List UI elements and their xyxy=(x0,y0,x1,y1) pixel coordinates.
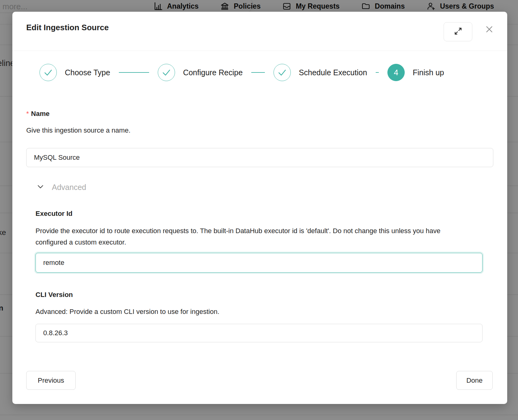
executor-id-input[interactable] xyxy=(36,253,482,273)
step-connector xyxy=(251,72,265,73)
step-label: Finish up xyxy=(413,68,444,77)
executor-id-label: Executor Id xyxy=(36,210,73,218)
check-icon xyxy=(274,64,290,81)
step-finish-up[interactable]: 4 Finish up xyxy=(387,64,444,81)
step-choose-type[interactable]: Choose Type xyxy=(40,64,110,81)
step-connector xyxy=(119,72,149,73)
cli-version-input[interactable] xyxy=(36,324,482,342)
close-icon xyxy=(485,25,494,35)
step-finished-circle xyxy=(158,64,175,81)
close-modal-button[interactable] xyxy=(485,25,494,35)
name-field-label: *Name xyxy=(26,110,49,118)
step-current-circle: 4 xyxy=(387,64,405,81)
step-label: Configure Recipe xyxy=(183,68,243,77)
name-field-help: Give this ingestion source a name. xyxy=(26,125,131,136)
step-number: 4 xyxy=(394,68,398,77)
check-icon xyxy=(40,64,56,81)
advanced-label: Advanced xyxy=(52,183,86,192)
advanced-collapse-toggle[interactable]: Advanced xyxy=(36,181,86,193)
modal-title: Edit Ingestion Source xyxy=(26,23,109,32)
executor-id-help: Provide the executor id to route executi… xyxy=(36,225,458,248)
chevron-down-icon xyxy=(36,183,44,192)
done-button[interactable]: Done xyxy=(456,371,493,390)
expand-modal-button[interactable] xyxy=(444,22,472,41)
step-label: Choose Type xyxy=(65,68,110,77)
check-icon xyxy=(158,64,175,81)
expand-icon xyxy=(454,27,462,36)
edit-ingestion-source-modal: Edit Ingestion Source xyxy=(12,12,507,404)
name-input[interactable] xyxy=(26,148,493,167)
wizard-steps: Choose Type Configure Recipe Schedule Ex… xyxy=(40,64,444,81)
previous-button[interactable]: Previous xyxy=(26,371,76,390)
step-finished-circle xyxy=(40,64,57,81)
step-configure-recipe[interactable]: Configure Recipe xyxy=(158,64,243,81)
step-finished-circle xyxy=(274,64,291,81)
screen: more... Analytics Po xyxy=(0,0,518,420)
step-connector xyxy=(376,72,379,73)
step-schedule-execution[interactable]: Schedule Execution xyxy=(274,64,367,81)
required-asterisk: * xyxy=(26,110,29,117)
cli-version-label: CLI Version xyxy=(36,291,73,299)
step-label: Schedule Execution xyxy=(299,68,367,77)
modal-header: Edit Ingestion Source xyxy=(12,12,507,51)
cli-version-help: Advanced: Provide a custom CLI version t… xyxy=(36,306,219,317)
